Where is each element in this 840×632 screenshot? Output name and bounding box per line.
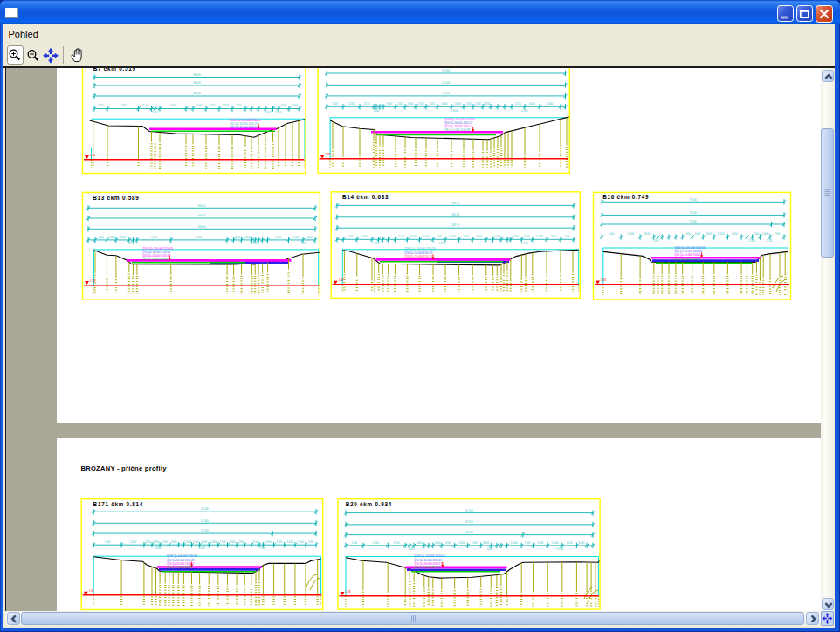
svg-text:4.000: 4.000 [196,236,203,239]
svg-text:2.000: 2.000 [275,236,281,239]
svg-text:5.000: 5.000 [265,111,272,114]
svg-text:1.0000: 1.0000 [291,104,299,107]
svg-text:5.000: 5.000 [251,242,258,245]
svg-text:3.000: 3.000 [210,104,216,107]
svg-text:QN Q= 5.000 1149.88: QN Q= 5.000 1149.88 [142,258,169,261]
svg-text:1.0000: 1.0000 [761,232,769,236]
svg-text:1.5000: 1.5000 [521,242,529,245]
svg-text:4.000: 4.000 [409,547,415,551]
svg-text:6.000: 6.000 [564,235,570,238]
svg-text:B171 čkm 0.814: B171 čkm 0.814 [93,501,143,507]
svg-text:1.38: 1.38 [90,279,95,283]
svg-text:1.0000: 1.0000 [198,546,206,550]
svg-text:8.000: 8.000 [202,540,208,544]
svg-text:77.000: 77.000 [689,198,697,202]
svg-text:7.000: 7.000 [465,102,472,106]
svg-text:84.000: 84.000 [193,92,201,95]
svg-text:5.000: 5.000 [332,102,338,106]
svg-text:1.0000: 1.0000 [306,236,313,239]
svg-text:2.000: 2.000 [236,104,242,107]
svg-text:5.000: 5.000 [98,104,104,107]
svg-text:25.00: 25.00 [515,102,521,106]
svg-text:165.00: 165.00 [451,213,459,216]
svg-text:2.000: 2.000 [732,232,738,236]
svg-text:67.500: 67.500 [465,509,473,512]
svg-text:1.2000: 1.2000 [551,541,559,545]
svg-text:67.000: 67.000 [201,507,209,511]
svg-text:1.0000: 1.0000 [493,235,501,238]
svg-text:4.000: 4.000 [162,540,168,544]
svg-text:1.5000: 1.5000 [297,540,305,544]
svg-text:6.000: 6.000 [151,236,157,239]
svg-text:4.000: 4.000 [547,102,554,106]
svg-text:165.00: 165.00 [451,223,459,227]
svg-text:25.00: 25.00 [252,540,258,544]
svg-text:3.000: 3.000 [439,242,445,245]
svg-text:2.000: 2.000 [463,235,469,238]
svg-text:8.000: 8.000 [281,104,287,107]
svg-text:3.000: 3.000 [706,232,712,236]
svg-text:3.000: 3.000 [286,540,293,544]
svg-text:Q20 Q= 20.000 1150.17: Q20 Q= 20.000 1150.17 [404,255,432,258]
svg-text:25.00: 25.00 [767,239,773,243]
svg-text:3.000: 3.000 [487,547,493,551]
svg-text:5.000: 5.000 [524,235,530,238]
svg-text:1.5000: 1.5000 [243,236,251,239]
svg-text:25.00: 25.00 [644,232,651,236]
svg-text:1.5000: 1.5000 [458,541,465,545]
svg-text:67.000: 67.000 [443,92,451,95]
svg-text:1.2000: 1.2000 [536,235,544,238]
svg-text:4.000: 4.000 [397,102,403,106]
svg-text:7.000: 7.000 [129,242,135,245]
svg-text:3.000: 3.000 [445,541,451,545]
svg-text:B20 čkm 0.934: B20 čkm 0.934 [346,501,392,507]
svg-text:8.000: 8.000 [155,546,162,550]
svg-text:1.2000: 1.2000 [361,235,368,238]
svg-text:2.000: 2.000 [193,540,199,544]
svg-text:3.000: 3.000 [408,102,414,106]
svg-text:165.00: 165.00 [451,202,459,205]
svg-text:2.000: 2.000 [472,541,478,545]
svg-text:6.000: 6.000 [170,104,176,107]
svg-text:1.2000: 1.2000 [129,540,137,544]
svg-text:5.000: 5.000 [105,540,111,544]
svg-text:3.000: 3.000 [235,236,241,239]
svg-text:1.5000: 1.5000 [417,102,425,106]
svg-text:25.00: 25.00 [142,104,148,107]
svg-text:QN Q= 5.000 1149.88: QN Q= 5.000 1149.88 [167,566,193,569]
svg-text:8.000: 8.000 [293,236,299,239]
svg-text:2.000: 2.000 [429,102,435,106]
svg-text:84.000: 84.000 [193,73,201,77]
svg-text:5.000: 5.000 [475,102,481,106]
svg-text:1.38: 1.38 [90,154,95,157]
svg-text:67.000: 67.000 [443,81,451,85]
svg-text:1.5000: 1.5000 [717,232,725,236]
svg-text:B16 čkm 0.749: B16 čkm 0.749 [602,194,649,200]
svg-text:4.000: 4.000 [434,541,440,545]
svg-text:1.0000: 1.0000 [210,540,217,544]
svg-text:1.2000: 1.2000 [483,102,491,106]
svg-text:5.000: 5.000 [229,540,235,544]
svg-text:2.000: 2.000 [308,540,314,544]
svg-text:B7 čkm 0.519: B7 čkm 0.519 [93,68,136,72]
svg-text:5.000: 5.000 [348,235,354,238]
svg-text:25.00: 25.00 [398,235,404,238]
svg-text:7.000: 7.000 [220,540,226,544]
svg-text:77.000: 77.000 [689,211,697,215]
svg-text:77.000: 77.000 [689,220,697,223]
svg-text:1.5000: 1.5000 [451,109,459,113]
svg-text:1.2000: 1.2000 [275,111,283,114]
svg-text:4.000: 4.000 [695,232,701,236]
svg-text:1.0000: 1.0000 [454,102,462,106]
svg-text:3.000: 3.000 [437,235,443,238]
svg-text:4.000: 4.000 [423,235,430,238]
svg-text:1.38: 1.38 [89,589,94,593]
svg-text:4.000: 4.000 [276,540,282,544]
svg-text:1.2000: 1.2000 [748,239,756,243]
svg-text:25.00: 25.00 [551,235,557,238]
svg-text:1.5000: 1.5000 [556,547,564,551]
svg-text:7.000: 7.000 [775,232,781,236]
svg-text:1.0000: 1.0000 [511,541,519,545]
svg-text:Q20 Q= 20.000 1150.17: Q20 Q= 20.000 1150.17 [230,126,258,129]
svg-text:1.2000: 1.2000 [300,242,307,245]
